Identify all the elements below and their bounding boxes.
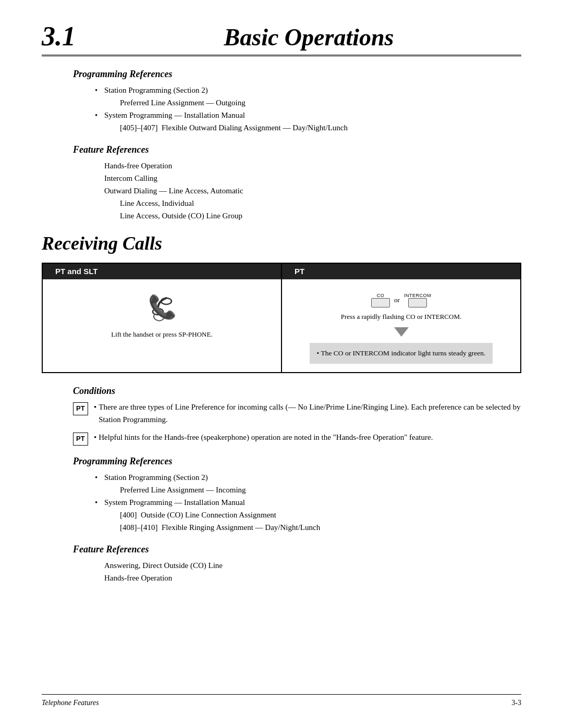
chapter-title: Basic Operations: [96, 23, 521, 51]
programming-references-1: Programming References Station Programmi…: [42, 69, 521, 134]
or-text: or: [394, 296, 400, 304]
section-heading-programming-1: Programming References: [73, 69, 521, 80]
press-text: Press a rapidly flashing CO or INTERCOM.: [341, 313, 461, 321]
pt-content: CO or INTERCOM Press a rapidly flashing …: [282, 279, 520, 372]
handset-icon: 📞: [143, 288, 181, 325]
list-item: Station Programming (Section 2): [104, 471, 521, 484]
list-item: System Programming — Installation Manual: [104, 496, 521, 509]
footer-right: 3-3: [511, 699, 521, 707]
conditions-section: Conditions PT • There are three types of…: [42, 386, 521, 446]
list-item: Answering, Direct Outside (CO) Line: [104, 559, 521, 572]
pt-column: PT CO or INTERCOM Press a rapidly flashi…: [282, 263, 521, 373]
pt-badge-wrap-2: PT: [73, 432, 92, 446]
co-button-rect: [371, 298, 390, 307]
condition-row-2: PT • Helpful hints for the Hands-free (s…: [73, 431, 521, 446]
list-item: Outward Dialing — Line Access, Automatic: [104, 184, 521, 197]
feature-references-2-list: Answering, Direct Outside (CO) Line Hand…: [104, 559, 521, 584]
note-box: The CO or INTERCOM indicator light turns…: [310, 343, 493, 364]
list-item: [408]–[410] Flexible Ringing Assignment …: [120, 521, 521, 534]
section-heading-feature-2: Feature References: [73, 544, 521, 555]
list-item: Hands-free Operation: [104, 159, 521, 172]
note-text: The CO or INTERCOM indicator light turns…: [317, 349, 486, 357]
pt-header: PT: [288, 264, 311, 279]
programming-references-2: Programming References Station Programmi…: [42, 456, 521, 534]
bullet-dot-2: •: [94, 431, 96, 443]
conditions-heading: Conditions: [73, 386, 521, 397]
co-button-group: CO: [371, 293, 390, 307]
pt-slt-header: PT and SLT: [49, 264, 104, 279]
programming-references-2-list: Station Programming (Section 2) Preferre…: [104, 471, 521, 534]
list-item: Line Access, Individual: [120, 197, 521, 209]
receiving-calls-heading: Receiving Calls: [42, 232, 521, 254]
condition-text-2: Helpful hints for the Hands-free (speake…: [99, 431, 521, 443]
co-label: CO: [377, 293, 385, 298]
pt-slt-column: PT and SLT 📞 Lift: [42, 263, 282, 373]
button-row: CO or INTERCOM: [371, 293, 431, 307]
list-item: [400] Outside (CO) Line Connection Assig…: [120, 509, 521, 521]
list-item: System Programming — Installation Manual: [104, 109, 521, 121]
header: 3.1 Basic Operations: [42, 21, 521, 52]
intercom-label: INTERCOM: [404, 293, 431, 298]
list-item: Intercom Calling: [104, 172, 521, 184]
list-item: Station Programming (Section 2): [104, 84, 521, 96]
list-item: [405]–[407] Flexible Outward Dialing Ass…: [120, 121, 521, 134]
receiving-calls-diagram: PT and SLT 📞 Lift: [42, 263, 521, 373]
feature-references-1-list: Hands-free Operation Intercom Calling Ou…: [104, 159, 521, 222]
list-item: Preferred Line Assignment — Outgoing: [120, 96, 521, 109]
pt-slt-content: 📞 Lift the handset or press SP-PHONE.: [43, 279, 281, 347]
pt-badge-wrap-1: PT: [73, 402, 92, 415]
feature-references-2: Feature References Answering, Direct Out…: [42, 544, 521, 584]
footer-left: Telephone Features: [42, 699, 99, 707]
pt-badge-1: PT: [73, 402, 88, 415]
header-divider: [42, 55, 521, 56]
intercom-button-rect: [408, 298, 427, 307]
handset-symbol: 📞: [148, 293, 176, 320]
section-heading-programming-2: Programming References: [73, 456, 521, 467]
footer: Telephone Features 3-3: [42, 694, 521, 707]
list-item: Preferred Line Assignment — Incoming: [120, 484, 521, 496]
list-item: Line Access, Outside (CO) Line Group: [120, 209, 521, 222]
triangle-arrow: [394, 327, 409, 337]
programming-references-1-list: Station Programming (Section 2) Preferre…: [104, 84, 521, 134]
feature-references-1: Feature References Hands-free Operation …: [42, 144, 521, 222]
intercom-button-group: INTERCOM: [404, 293, 431, 307]
condition-row-1: PT • There are three types of Line Prefe…: [73, 401, 521, 426]
chapter-number: 3.1: [42, 21, 76, 52]
section-heading-feature-1: Feature References: [73, 144, 521, 155]
lift-text: Lift the handset or press SP-PHONE.: [111, 330, 212, 339]
pt-badge-2: PT: [73, 433, 88, 446]
bullet-dot-1: •: [94, 401, 96, 413]
condition-text-1: There are three types of Line Preference…: [99, 401, 521, 426]
list-item: Hands-free Operation: [104, 572, 521, 584]
